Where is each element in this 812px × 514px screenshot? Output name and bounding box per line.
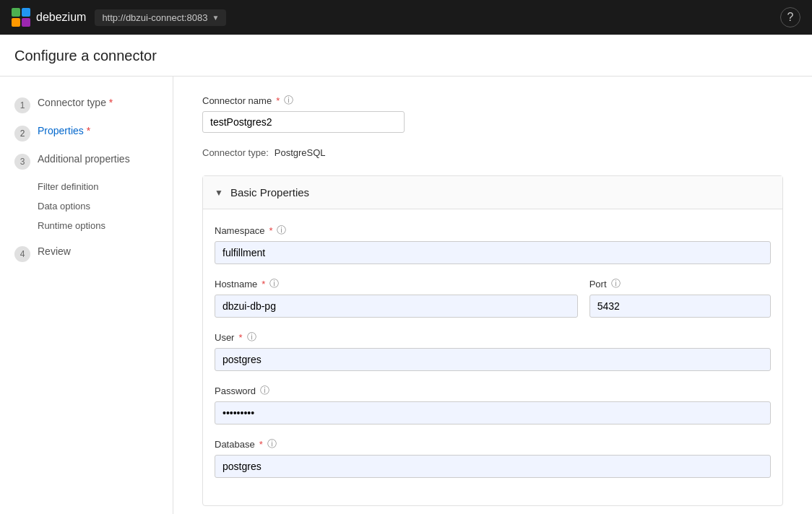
database-info-icon[interactable]: ⓘ: [267, 437, 277, 450]
top-navigation: debezium http://dbzui-connect:8083 ▼ ?: [0, 0, 812, 35]
step-number-1: 1: [14, 97, 30, 113]
namespace-field: Namespace * ⓘ: [215, 224, 771, 264]
logo-area: debezium: [12, 8, 86, 27]
sidebar-step-3[interactable]: 3 Additional properties: [0, 147, 173, 175]
port-input[interactable]: [589, 295, 771, 318]
database-label: Database * ⓘ: [215, 437, 771, 450]
connector-name-input[interactable]: [202, 111, 405, 133]
namespace-info-icon[interactable]: ⓘ: [277, 224, 286, 237]
basic-properties-section: ▼ Basic Properties Namespace * ⓘ: [202, 175, 783, 506]
password-info-icon[interactable]: ⓘ: [260, 384, 269, 397]
connector-name-info-icon[interactable]: ⓘ: [284, 94, 293, 107]
step-label-2: Properties *: [38, 125, 90, 136]
password-field: Password ⓘ: [215, 384, 771, 424]
step-number-4: 4: [14, 246, 30, 262]
port-col: Port ⓘ: [589, 277, 771, 318]
connector-name-field-row: Connector name * ⓘ: [202, 94, 783, 133]
debezium-logo: [12, 8, 30, 27]
sidebar: 1 Connector type * 2 Properties * 3 Addi…: [0, 77, 173, 514]
url-text: http://dbzui-connect:8083: [102, 12, 207, 23]
user-field: User * ⓘ: [215, 331, 771, 371]
main-layout: 1 Connector type * 2 Properties * 3 Addi…: [0, 77, 812, 514]
basic-properties-header[interactable]: ▼ Basic Properties: [203, 176, 782, 209]
password-input[interactable]: [215, 401, 771, 424]
user-label: User * ⓘ: [215, 331, 771, 344]
step-1-required: *: [109, 97, 113, 108]
connector-type-label: Connector type:: [202, 147, 269, 158]
url-chevron-icon: ▼: [212, 14, 219, 22]
password-label: Password ⓘ: [215, 384, 771, 397]
step-2-required: *: [87, 125, 90, 136]
sidebar-step-2[interactable]: 2 Properties *: [0, 119, 173, 147]
hostname-input[interactable]: [215, 295, 578, 318]
basic-properties-title: Basic Properties: [230, 186, 309, 199]
step-number-3: 3: [14, 154, 30, 170]
sidebar-step-1[interactable]: 1 Connector type *: [0, 91, 173, 119]
step-label-1: Connector type *: [38, 97, 113, 108]
connector-type-value: PostgreSQL: [275, 147, 326, 158]
user-info-icon[interactable]: ⓘ: [247, 331, 256, 344]
basic-properties-body: Namespace * ⓘ Hostname * ⓘ: [203, 209, 782, 505]
hostname-label: Hostname * ⓘ: [215, 277, 578, 290]
connector-type-row: Connector type: PostgreSQL: [202, 147, 783, 158]
hostname-port-row: Hostname * ⓘ Port ⓘ: [215, 277, 771, 318]
sidebar-sub-runtime-options[interactable]: Runtime options: [38, 217, 173, 234]
sidebar-sub-data-options[interactable]: Data options: [38, 198, 173, 214]
database-input[interactable]: [215, 455, 771, 478]
namespace-input[interactable]: [215, 241, 771, 264]
step-label-3: Additional properties: [38, 153, 130, 165]
sidebar-sub-items: Filter definition Data options Runtime o…: [38, 178, 173, 234]
content-area: Connector name * ⓘ Connector type: Postg…: [173, 77, 812, 514]
help-icon[interactable]: ?: [780, 7, 800, 27]
hostname-col: Hostname * ⓘ: [215, 277, 578, 318]
hostname-info-icon[interactable]: ⓘ: [269, 277, 279, 290]
sidebar-sub-filter-definition[interactable]: Filter definition: [38, 178, 173, 195]
database-field: Database * ⓘ: [215, 437, 771, 478]
step-label-4: Review: [38, 245, 71, 257]
page-title-bar: Configure a connector: [0, 35, 812, 77]
port-info-icon[interactable]: ⓘ: [611, 277, 621, 290]
user-input[interactable]: [215, 348, 771, 371]
sidebar-step-4[interactable]: 4 Review: [0, 240, 173, 268]
step-number-2: 2: [14, 126, 30, 141]
url-display[interactable]: http://dbzui-connect:8083 ▼: [95, 9, 226, 26]
basic-properties-chevron-icon: ▼: [215, 188, 223, 198]
namespace-label: Namespace * ⓘ: [215, 224, 771, 237]
connector-name-label: Connector name * ⓘ: [202, 94, 783, 107]
page-title: Configure a connector: [14, 48, 798, 64]
nav-left: debezium http://dbzui-connect:8083 ▼: [12, 8, 226, 27]
port-label: Port ⓘ: [589, 277, 771, 290]
logo-text: debezium: [36, 11, 86, 24]
